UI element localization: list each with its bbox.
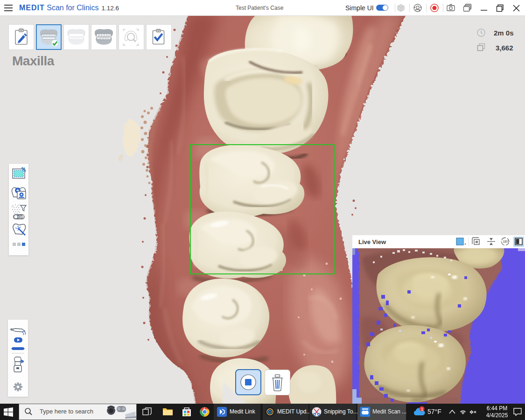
svg-text:Off: Off	[18, 215, 25, 219]
svg-text:180°: 180°	[503, 240, 509, 243]
svg-text:1: 1	[421, 407, 423, 412]
